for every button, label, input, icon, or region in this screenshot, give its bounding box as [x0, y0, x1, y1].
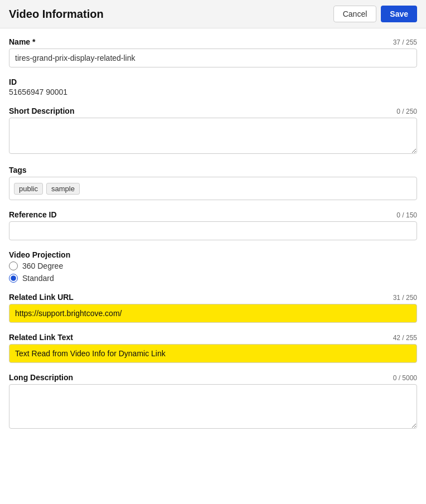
- name-label-row: Name * 37 / 255: [9, 37, 417, 46]
- short-description-counter: 0 / 250: [396, 108, 417, 115]
- short-description-field-group: Short Description 0 / 250: [9, 106, 417, 156]
- video-projection-field-group: Video Projection 360 Degree Standard: [9, 250, 417, 283]
- id-field-group: ID 51656947 90001: [9, 77, 417, 96]
- related-link-text-input[interactable]: [9, 344, 417, 363]
- header-actions: Cancel Save: [333, 6, 417, 22]
- related-link-text-field-group: Related Link Text 42 / 255: [9, 333, 417, 363]
- long-description-label: Long Description: [9, 373, 73, 382]
- video-projection-label-row: Video Projection: [9, 250, 417, 259]
- short-description-input[interactable]: [9, 118, 417, 154]
- save-button[interactable]: Save: [381, 6, 417, 22]
- related-link-text-label: Related Link Text: [9, 333, 73, 342]
- name-input[interactable]: [9, 49, 417, 67]
- tags-label-row: Tags: [9, 166, 417, 175]
- page-container: Video Information Cancel Save Name * 37 …: [0, 0, 426, 504]
- tags-label: Tags: [9, 166, 27, 175]
- name-counter: 37 / 255: [393, 38, 417, 46]
- long-description-counter: 0 / 5000: [393, 374, 417, 382]
- page-title: Video Information: [9, 8, 104, 21]
- reference-id-label-row: Reference ID 0 / 150: [9, 210, 417, 219]
- radio-standard[interactable]: [9, 274, 18, 283]
- related-link-url-counter: 31 / 250: [393, 294, 417, 302]
- name-label: Name *: [9, 37, 35, 46]
- id-label: ID: [9, 77, 417, 86]
- name-field-group: Name * 37 / 255: [9, 37, 417, 67]
- radio-item-standard: Standard: [9, 274, 417, 283]
- related-link-url-label: Related Link URL: [9, 293, 74, 302]
- related-link-text-counter: 42 / 255: [393, 334, 417, 342]
- radio-item-360: 360 Degree: [9, 261, 417, 270]
- radio-360[interactable]: [9, 261, 18, 270]
- related-link-url-label-row: Related Link URL 31 / 250: [9, 293, 417, 302]
- reference-id-label: Reference ID: [9, 210, 57, 219]
- short-description-label-row: Short Description 0 / 250: [9, 106, 417, 115]
- long-description-label-row: Long Description 0 / 5000: [9, 373, 417, 382]
- reference-id-field-group: Reference ID 0 / 150: [9, 210, 417, 240]
- id-value: 51656947 90001: [9, 88, 67, 96]
- cancel-button[interactable]: Cancel: [333, 6, 377, 22]
- reference-id-input[interactable]: [9, 221, 417, 240]
- tags-field-group: Tags public sample: [9, 166, 417, 200]
- tag-public: public: [14, 183, 43, 195]
- radio-360-label: 360 Degree: [22, 261, 63, 270]
- related-link-url-field-group: Related Link URL 31 / 250: [9, 293, 417, 323]
- long-description-input[interactable]: [9, 384, 417, 429]
- header: Video Information Cancel Save: [0, 0, 426, 28]
- content: Name * 37 / 255 ID 51656947 90001 Short …: [0, 28, 426, 449]
- short-description-label: Short Description: [9, 106, 74, 115]
- video-projection-label: Video Projection: [9, 250, 70, 259]
- tag-sample: sample: [46, 183, 80, 195]
- reference-id-counter: 0 / 150: [396, 211, 417, 219]
- long-description-field-group: Long Description 0 / 5000: [9, 373, 417, 430]
- related-link-text-label-row: Related Link Text 42 / 255: [9, 333, 417, 342]
- tags-input-container[interactable]: public sample: [9, 177, 417, 200]
- video-projection-radio-group: 360 Degree Standard: [9, 261, 417, 283]
- radio-standard-label: Standard: [22, 274, 54, 283]
- related-link-url-input[interactable]: [9, 304, 417, 323]
